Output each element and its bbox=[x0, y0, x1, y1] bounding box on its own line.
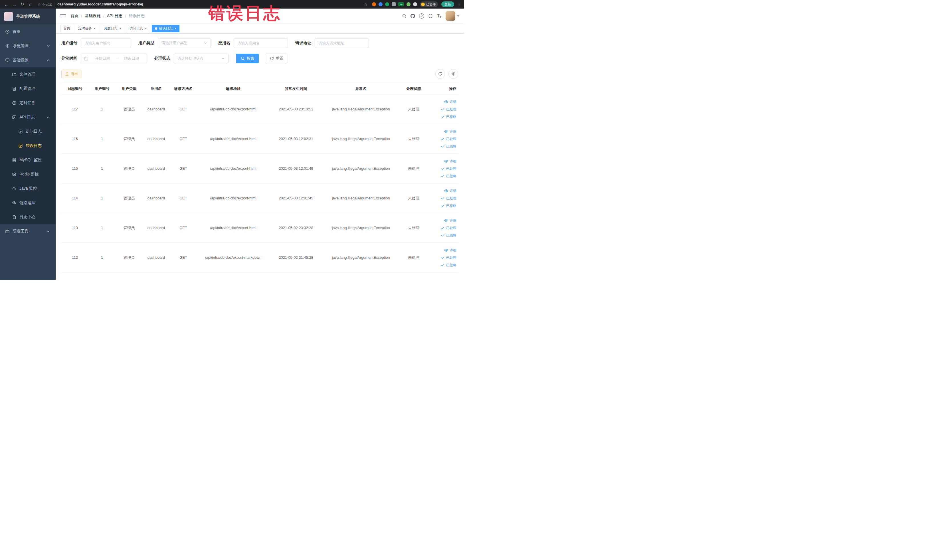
sidebar-item-infra[interactable]: 基础设施 bbox=[0, 53, 56, 67]
search-icon[interactable] bbox=[402, 14, 406, 18]
exception-time-range-picker[interactable]: 开始日期 - 结束日期 bbox=[81, 53, 147, 63]
breadcrumb-infra[interactable]: 基础设施 bbox=[85, 14, 101, 18]
tab-home[interactable]: 首页 bbox=[60, 25, 73, 32]
reset-button[interactable]: 重置 bbox=[265, 53, 288, 63]
tab-schedule-log[interactable]: 调度日志 × bbox=[101, 25, 125, 32]
close-icon[interactable]: × bbox=[119, 26, 122, 30]
mark-ignored-link[interactable]: 已忽略 bbox=[429, 113, 456, 121]
detail-link[interactable]: 详细 bbox=[429, 157, 456, 165]
chevron-up-icon bbox=[46, 115, 50, 119]
filter-label: 异常时间 bbox=[61, 56, 77, 61]
font-size-icon[interactable]: TT bbox=[437, 13, 442, 19]
bookmark-star-icon[interactable]: ☆ bbox=[362, 1, 369, 8]
app-logo[interactable]: 芋道管理系统 bbox=[0, 9, 56, 24]
sidebar-item-home[interactable]: 首页 bbox=[0, 24, 56, 39]
sidebar-item-java-monitor[interactable]: Java 监控 bbox=[0, 182, 56, 196]
caret-down-icon bbox=[457, 15, 459, 17]
check-icon bbox=[441, 226, 445, 230]
detail-label: 详细 bbox=[450, 217, 456, 224]
browser-forward-icon[interactable]: → bbox=[11, 1, 18, 8]
extension-icon-green[interactable] bbox=[385, 2, 389, 6]
not-secure-warning[interactable]: ⚠ 不安全 bbox=[38, 2, 52, 7]
paused-badge[interactable]: 已暂停 bbox=[420, 2, 438, 7]
app-name-input[interactable] bbox=[234, 38, 288, 48]
extensions-puzzle-icon[interactable] bbox=[392, 2, 396, 6]
detail-link[interactable]: 详细 bbox=[429, 187, 456, 195]
cell-exception-time: 2021-05-03 12:02:31 bbox=[270, 124, 322, 154]
tab-error-log[interactable]: 错误日志 × bbox=[152, 25, 180, 32]
mark-ignored-link[interactable]: 已忽略 bbox=[429, 172, 456, 180]
search-button[interactable]: 搜索 bbox=[236, 53, 259, 63]
mark-processed-link[interactable]: 已处理 bbox=[429, 254, 456, 261]
sidebar-item-file-manage[interactable]: 文件管理 bbox=[0, 67, 56, 82]
mark-processed-link[interactable]: 已处理 bbox=[429, 135, 456, 143]
close-icon[interactable]: × bbox=[93, 26, 96, 30]
request-url-input[interactable] bbox=[314, 38, 369, 48]
tab-access-log[interactable]: 访问日志 × bbox=[126, 25, 150, 32]
browser-update-button[interactable]: 更新 bbox=[441, 2, 454, 7]
extension-icon-orange[interactable] bbox=[372, 2, 376, 6]
sidebar-item-log-center[interactable]: 日志中心 bbox=[0, 210, 56, 224]
browser-menu-icon[interactable]: ⋮ bbox=[457, 2, 461, 6]
browser-back-icon[interactable]: ← bbox=[3, 1, 10, 8]
breadcrumb-api-log[interactable]: API 日志 bbox=[107, 14, 122, 18]
page-url[interactable]: dashboard.yudao.iocoder.cn/infra/log/api… bbox=[57, 2, 143, 6]
address-bar[interactable]: ⚠ 不安全 | dashboard.yudao.iocoder.cn/infra… bbox=[38, 2, 358, 7]
status-select[interactable]: 请选择处理状态 bbox=[174, 53, 229, 63]
cell-user-type: 管理员 bbox=[116, 213, 143, 243]
sidebar-item-api-log[interactable]: API 日志 bbox=[0, 110, 56, 124]
check-icon bbox=[441, 203, 445, 208]
sidebar-item-devtools[interactable]: 研发工具 bbox=[0, 224, 56, 238]
export-button[interactable]: 导出 bbox=[61, 70, 81, 78]
sidebar-item-access-log[interactable]: 访问日志 bbox=[0, 124, 56, 139]
sidebar-item-label: 基础设施 bbox=[12, 58, 29, 63]
user-id-input[interactable] bbox=[81, 38, 131, 48]
detail-link[interactable]: 详细 bbox=[429, 98, 456, 105]
mark-ignored-link[interactable]: 已忽略 bbox=[429, 143, 456, 150]
ignored-label: 已忽略 bbox=[446, 232, 456, 239]
detail-link[interactable]: 详细 bbox=[429, 246, 456, 254]
detail-link[interactable]: 详细 bbox=[429, 128, 456, 135]
browser-reload-icon[interactable]: ↻ bbox=[19, 1, 26, 8]
sidebar-item-scheduled-jobs[interactable]: 定时任务 bbox=[0, 96, 56, 110]
date-separator: - bbox=[116, 56, 118, 61]
extension-on-badge[interactable]: on bbox=[398, 2, 404, 6]
mark-ignored-link[interactable]: 已忽略 bbox=[429, 261, 456, 269]
fullscreen-icon[interactable] bbox=[428, 14, 433, 18]
sidebar-item-error-log[interactable]: 错误日志 bbox=[0, 139, 56, 153]
mark-ignored-link[interactable]: 已忽略 bbox=[429, 232, 456, 239]
user-type-select[interactable]: 请选择用户类型 bbox=[158, 38, 211, 48]
mark-processed-link[interactable]: 已处理 bbox=[429, 195, 456, 202]
sidebar-item-system[interactable]: 系统管理 bbox=[0, 39, 56, 53]
breadcrumb-home[interactable]: 首页 bbox=[70, 14, 78, 18]
detail-link[interactable]: 详细 bbox=[429, 217, 456, 224]
extension-icon-leaf[interactable] bbox=[406, 2, 411, 6]
sidebar-item-config-manage[interactable]: 配置管理 bbox=[0, 82, 56, 96]
sidebar-item-trace[interactable]: 链路追踪 bbox=[0, 196, 56, 210]
hamburger-icon[interactable] bbox=[60, 14, 66, 18]
sidebar-item-mysql-monitor[interactable]: MySQL 监控 bbox=[0, 153, 56, 167]
column-settings-button[interactable] bbox=[449, 69, 458, 79]
help-icon[interactable]: ? bbox=[419, 14, 424, 18]
breadcrumb-current: 错误日志 bbox=[129, 14, 145, 18]
browser-home-icon[interactable]: ⌂ bbox=[27, 1, 34, 8]
close-icon[interactable]: × bbox=[145, 26, 147, 30]
eye-icon bbox=[444, 99, 449, 104]
processed-label: 已处理 bbox=[446, 224, 456, 232]
mark-processed-link[interactable]: 已处理 bbox=[429, 165, 456, 172]
tab-scheduled-jobs[interactable]: 定时任务 × bbox=[75, 25, 99, 32]
extension-icon-blue[interactable] bbox=[379, 2, 383, 6]
github-icon[interactable] bbox=[411, 14, 415, 18]
refresh-table-button[interactable] bbox=[435, 69, 445, 79]
cell-user-type: 管理员 bbox=[116, 243, 143, 272]
mark-processed-link[interactable]: 已处理 bbox=[429, 105, 456, 113]
eye-icon bbox=[444, 218, 449, 223]
extension-icon-paw[interactable] bbox=[413, 2, 417, 6]
mark-processed-link[interactable]: 已处理 bbox=[429, 224, 456, 232]
mark-ignored-link[interactable]: 已忽略 bbox=[429, 202, 456, 209]
close-icon[interactable]: × bbox=[174, 26, 177, 30]
sidebar-item-redis-monitor[interactable]: Redis 监控 bbox=[0, 167, 56, 182]
sidebar-item-label: 访问日志 bbox=[26, 129, 42, 134]
check-icon bbox=[441, 107, 445, 111]
user-menu[interactable] bbox=[446, 11, 459, 21]
